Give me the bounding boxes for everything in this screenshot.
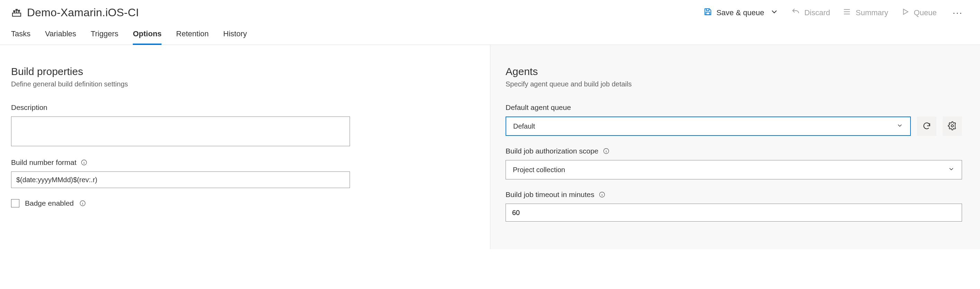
chevron-down-icon xyxy=(770,7,779,18)
discard-button[interactable]: Discard xyxy=(791,7,830,18)
build-properties-subtitle: Define general build definition settings xyxy=(11,80,475,88)
chevron-down-icon xyxy=(948,165,955,174)
svg-rect-1 xyxy=(13,11,15,12)
queue-label: Queue xyxy=(914,8,937,17)
description-input[interactable] xyxy=(11,116,350,146)
summary-label: Summary xyxy=(856,8,888,17)
list-icon xyxy=(842,7,851,18)
chevron-down-icon xyxy=(896,122,903,131)
svg-rect-4 xyxy=(706,12,710,15)
auth-scope-value: Project collection xyxy=(513,166,565,174)
description-label: Description xyxy=(11,103,475,112)
discard-label: Discard xyxy=(804,8,830,17)
info-icon[interactable] xyxy=(81,159,88,166)
save-and-queue-label: Save & queue xyxy=(716,8,764,17)
tab-bar: Tasks Variables Triggers Options Retenti… xyxy=(0,29,980,45)
tab-history[interactable]: History xyxy=(223,29,247,44)
gear-icon xyxy=(948,121,957,131)
tab-retention[interactable]: Retention xyxy=(176,29,208,44)
default-agent-queue-label: Default agent queue xyxy=(506,103,962,112)
refresh-icon xyxy=(922,121,931,131)
svg-point-7 xyxy=(951,124,954,127)
agents-pane: Agents Specify agent queue and build job… xyxy=(490,45,980,249)
build-number-format-input[interactable] xyxy=(11,171,350,188)
queue-button[interactable]: Queue xyxy=(901,7,937,18)
badge-enabled-checkbox[interactable] xyxy=(11,199,19,207)
build-number-format-label: Build number format xyxy=(11,158,76,167)
default-agent-queue-select[interactable]: Default xyxy=(506,116,911,136)
undo-icon xyxy=(791,7,800,18)
more-actions-button[interactable]: ··· xyxy=(949,7,966,18)
info-icon[interactable] xyxy=(79,200,86,207)
agents-title: Agents xyxy=(506,66,962,78)
refresh-queue-button[interactable] xyxy=(917,116,936,136)
svg-rect-2 xyxy=(16,10,17,10)
svg-rect-3 xyxy=(18,10,20,11)
tab-tasks[interactable]: Tasks xyxy=(11,29,30,44)
manage-queue-button[interactable] xyxy=(943,116,962,136)
info-icon[interactable] xyxy=(598,191,606,198)
pipeline-icon xyxy=(11,6,22,19)
tab-options[interactable]: Options xyxy=(133,29,161,44)
auth-scope-select[interactable]: Project collection xyxy=(506,160,962,179)
header-bar: Demo-Xamarin.iOS-CI Save & queue Discard xyxy=(0,0,980,29)
tab-triggers[interactable]: Triggers xyxy=(91,29,118,44)
build-properties-pane: Build properties Define general build de… xyxy=(0,45,490,249)
page-title: Demo-Xamarin.iOS-CI xyxy=(27,6,139,19)
info-icon[interactable] xyxy=(603,148,610,154)
badge-enabled-label: Badge enabled xyxy=(25,199,74,207)
default-agent-queue-value: Default xyxy=(513,122,535,130)
tab-variables[interactable]: Variables xyxy=(45,29,76,44)
build-properties-title: Build properties xyxy=(11,66,475,78)
agents-subtitle: Specify agent queue and build job detail… xyxy=(506,80,962,88)
auth-scope-label: Build job authorization scope xyxy=(506,147,598,155)
svg-rect-0 xyxy=(13,13,21,16)
save-icon xyxy=(703,7,712,18)
timeout-label: Build job timeout in minutes xyxy=(506,191,595,199)
summary-button[interactable]: Summary xyxy=(842,7,888,18)
save-and-queue-button[interactable]: Save & queue xyxy=(703,7,779,18)
play-icon xyxy=(901,7,910,18)
timeout-input[interactable] xyxy=(506,203,962,222)
